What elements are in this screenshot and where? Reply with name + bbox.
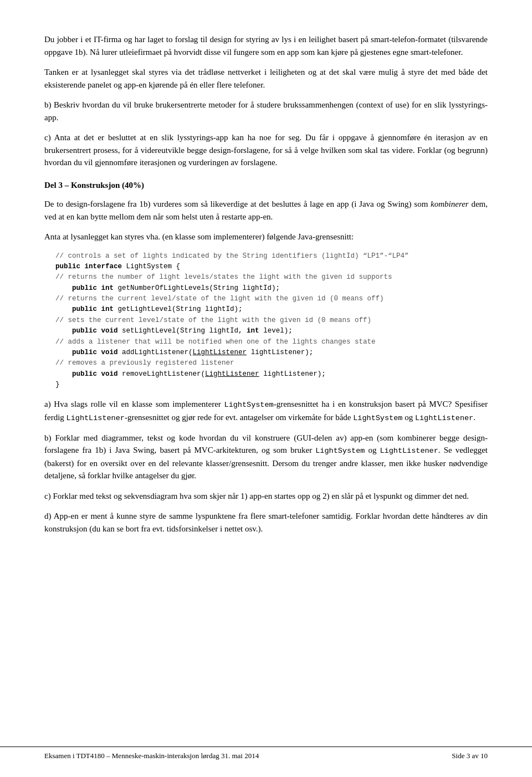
p7-inline1: LightSystem [224, 401, 274, 409]
p7-prefix: a) Hva slags rolle vil en klasse som imp… [44, 400, 224, 408]
paragraph-5-prefix: De to design-forslagene fra 1b) vurderes… [44, 200, 431, 208]
p8-inline2: LightListener [380, 447, 438, 455]
code-line-1: public interface LightSystem { [55, 262, 488, 272]
paragraph-10-text: d) App-en er ment å kunne styre de samme… [44, 512, 488, 533]
code-line-5: public void addLightListener(LightListen… [55, 347, 488, 358]
code-block: // controls a set of lights indicated by… [44, 251, 488, 391]
paragraph-5: De to design-forslagene fra 1b) vurderes… [44, 198, 488, 223]
paragraph-1-text: Du jobber i et IT-firma og har laget to … [44, 35, 488, 57]
paragraph-8: b) Forklar med diagrammer, tekst og kode… [44, 432, 488, 482]
paragraph-4-text: c) Anta at det er besluttet at en slik l… [44, 133, 488, 167]
code-comment-3: // returns the current level/state of th… [55, 294, 488, 304]
p7-and: og [402, 413, 415, 422]
code-line-3: public int getLightLevel(String lightId)… [55, 304, 488, 315]
paragraph-2-text: Tanken er at lysanlegget skal styres via… [44, 68, 488, 89]
code-line-6: public void removeLightListener(LightLis… [55, 369, 488, 380]
section-heading-del3: Del 3 – Konstruksjon (40%) [44, 179, 488, 192]
p7-inline3: LightSystem [353, 414, 402, 422]
p7-end: . [473, 413, 475, 422]
paragraph-2: Tanken er at lysanlegget skal styres via… [44, 66, 488, 91]
footer-left: Eksamen i TDT4180 – Menneske-maskin-inte… [44, 752, 259, 760]
code-comment-5: // adds a listener that will be notified… [55, 337, 488, 347]
paragraph-9: c) Forklar med tekst og sekvensdiagram h… [44, 490, 488, 503]
p7-inline4: LightListener [415, 414, 473, 422]
paragraph-6-text: Anta at lysanlegget kan styres vha. (en … [44, 232, 354, 241]
paragraph-7: a) Hva slags rolle vil en klasse som imp… [44, 398, 488, 424]
p7-cont: -grensesnittet og gjør rede for evt. ant… [125, 413, 353, 422]
footer: Eksamen i TDT4180 – Menneske-maskin-inte… [0, 747, 532, 760]
page: Du jobber i et IT-firma og har laget to … [0, 0, 532, 777]
code-comment-6: // removes a previously registered liste… [55, 358, 488, 369]
code-closing: } [55, 380, 488, 390]
code-comment-2: // returns the number of light levels/st… [55, 272, 488, 283]
code-line-4: public void setLightLevel(String lightId… [55, 326, 488, 336]
p8-inline1: LightSystem [315, 447, 365, 455]
code-comment-1: // controls a set of lights indicated by… [55, 251, 488, 262]
paragraph-10: d) App-en er ment å kunne styre de samme… [44, 510, 488, 535]
paragraph-5-italic: kombinerer [431, 200, 469, 208]
code-comment-4: // sets the current level/state of the l… [55, 315, 488, 326]
paragraph-6: Anta at lysanlegget kan styres vha. (en … [44, 231, 488, 243]
p8-mid: og [365, 446, 380, 454]
p7-inline2: LightListener [66, 414, 125, 422]
paragraph-3: b) Beskriv hvordan du vil bruke brukerse… [44, 99, 488, 124]
paragraph-1: Du jobber i et IT-firma og har laget to … [44, 33, 488, 58]
paragraph-3-text: b) Beskriv hvordan du vil bruke brukerse… [44, 100, 488, 122]
footer-right: Side 3 av 10 [452, 752, 488, 760]
code-line-2: public int getNumberOfLightLevels(String… [55, 283, 488, 294]
paragraph-9-text: c) Forklar med tekst og sekvensdiagram h… [44, 492, 469, 500]
paragraph-4: c) Anta at det er besluttet at en slik l… [44, 131, 488, 169]
